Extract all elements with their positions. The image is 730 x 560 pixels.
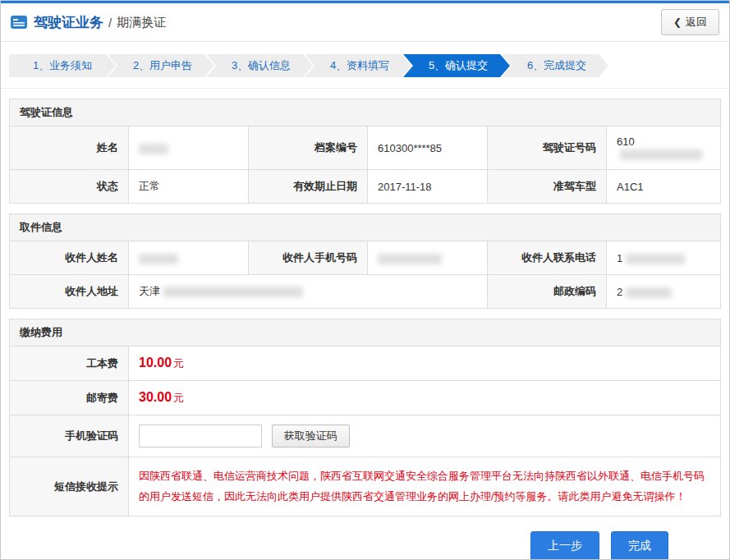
table-row: 手机验证码 获取验证码: [10, 415, 721, 457]
captcha-label: 手机验证码: [10, 415, 129, 457]
expiry-date-value: 2017-11-18: [368, 170, 488, 204]
id-card-icon: [11, 16, 27, 29]
redacted-value: [626, 287, 672, 298]
previous-step-button[interactable]: 上一步: [530, 531, 599, 560]
wizard-steps: 1、业务须知 2、用户申告 3、确认信息 4、资料填写 5、确认提交 6、完成提…: [1, 42, 729, 89]
production-fee-amount: 10.00: [139, 356, 172, 370]
redacted-value: [626, 254, 685, 264]
captcha-input[interactable]: [139, 425, 262, 448]
redacted-value: [620, 149, 702, 160]
pickup-section-title: 取件信息: [10, 214, 721, 241]
page: 驾驶证业务 / 期满换证 ❮ 返回 1、业务须知 2、用户申告 3、确认信息 4…: [0, 0, 730, 560]
page-title: 驾驶证业务: [34, 13, 103, 32]
expiry-date-label: 有效期止日期: [249, 170, 368, 204]
vehicle-class-label: 准驾车型: [488, 170, 607, 204]
production-fee-value: 10.00元: [129, 347, 721, 381]
mail-fee-label: 邮寄费: [10, 381, 129, 415]
table-row: 状态 正常 有效期止日期 2017-11-18 准驾车型 A1C1: [10, 170, 721, 204]
redacted-value: [378, 254, 442, 264]
step-6-complete-submit: 6、完成提交: [502, 54, 608, 77]
license-number-value: 610: [607, 126, 721, 170]
table-row: 工本费 10.00元: [10, 347, 721, 381]
recipient-phone-prefix: 1: [617, 252, 622, 264]
license-info-table: 驾驶证信息 姓名 档案编号 610300****85 驾驶证号码 610 状态 …: [9, 99, 721, 204]
recipient-address-prefix: 天津: [139, 285, 160, 297]
back-button[interactable]: ❮ 返回: [661, 9, 719, 35]
recipient-phone-value: 1: [607, 241, 721, 275]
table-row: 收件人姓名 收件人手机号码 收件人联系电话 1: [10, 241, 721, 275]
mail-fee-amount: 30.00: [139, 390, 172, 404]
table-row: 短信接收提示 因陕西省联通、电信运营商技术问题，陕西省互联网交通安全综合服务管理…: [10, 457, 721, 516]
vehicle-class-value: A1C1: [607, 170, 721, 204]
fee-section-title: 缴纳费用: [10, 319, 721, 347]
recipient-name-value: [129, 241, 249, 275]
redacted-value: [139, 254, 178, 264]
mail-fee-value: 30.00元: [129, 381, 721, 415]
sms-notice-label: 短信接收提示: [10, 457, 129, 516]
title-separator: /: [108, 16, 112, 30]
step-5-confirm-submit: 5、确认提交: [403, 54, 510, 77]
finish-button[interactable]: 完成: [611, 531, 668, 560]
status-value: 正常: [129, 170, 249, 204]
step-1-business-notice: 1、业务须知: [9, 54, 116, 77]
recipient-address-value: 天津: [129, 275, 488, 309]
postcode-value: 2: [607, 275, 721, 309]
postcode-prefix: 2: [617, 286, 622, 298]
redacted-value: [139, 144, 168, 154]
sms-notice-cell: 因陕西省联通、电信运营商技术问题，陕西省互联网交通安全综合服务管理平台无法向持陕…: [129, 457, 721, 516]
back-button-label: 返回: [686, 15, 707, 30]
page-subtitle: 期满换证: [117, 15, 166, 30]
fee-table: 缴纳费用 工本费 10.00元 邮寄费 30.00元 手机验证码 获取验证码 短…: [9, 319, 721, 516]
recipient-mobile-label: 收件人手机号码: [249, 241, 368, 275]
get-captcha-button[interactable]: 获取验证码: [272, 425, 350, 448]
license-number-label: 驾驶证号码: [488, 126, 607, 170]
table-row: 邮寄费 30.00元: [10, 381, 721, 415]
license-section-title: 驾驶证信息: [10, 99, 721, 126]
license-number-prefix: 610: [617, 135, 635, 148]
sms-notice-text: 因陕西省联通、电信运营商技术问题，陕西省互联网交通安全综合服务管理平台无法向持陕…: [139, 466, 710, 507]
fee-unit: 元: [173, 392, 184, 404]
table-row: 姓名 档案编号 610300****85 驾驶证号码 610: [10, 126, 721, 170]
name-label: 姓名: [10, 126, 129, 170]
pickup-info-table: 取件信息 收件人姓名 收件人手机号码 收件人联系电话 1 收件人地址 天津 邮政…: [9, 213, 721, 309]
header: 驾驶证业务 / 期满换证 ❮ 返回: [1, 3, 729, 42]
recipient-mobile-value: [368, 241, 488, 275]
captcha-cell: 获取验证码: [129, 415, 721, 457]
postcode-label: 邮政编码: [488, 275, 607, 309]
step-3-confirm-info: 3、确认信息: [206, 54, 313, 77]
redacted-value: [163, 287, 303, 297]
recipient-phone-label: 收件人联系电话: [488, 241, 607, 275]
file-number-value: 610300****85: [368, 126, 488, 170]
name-value: [129, 126, 249, 170]
file-number-label: 档案编号: [249, 126, 368, 170]
recipient-address-label: 收件人地址: [10, 275, 129, 309]
fee-unit: 元: [173, 357, 184, 370]
content: 驾驶证信息 姓名 档案编号 610300****85 驾驶证号码 610 状态 …: [1, 89, 729, 560]
recipient-name-label: 收件人姓名: [10, 241, 129, 275]
production-fee-label: 工本费: [10, 347, 129, 381]
step-4-fill-info: 4、资料填写: [305, 54, 411, 77]
footer-actions: 上一步 完成: [9, 526, 721, 560]
step-2-user-declaration: 2、用户申告: [108, 54, 214, 77]
status-label: 状态: [10, 170, 129, 204]
table-row: 收件人地址 天津 邮政编码 2: [10, 275, 721, 309]
back-arrow-icon: ❮: [673, 16, 682, 28]
